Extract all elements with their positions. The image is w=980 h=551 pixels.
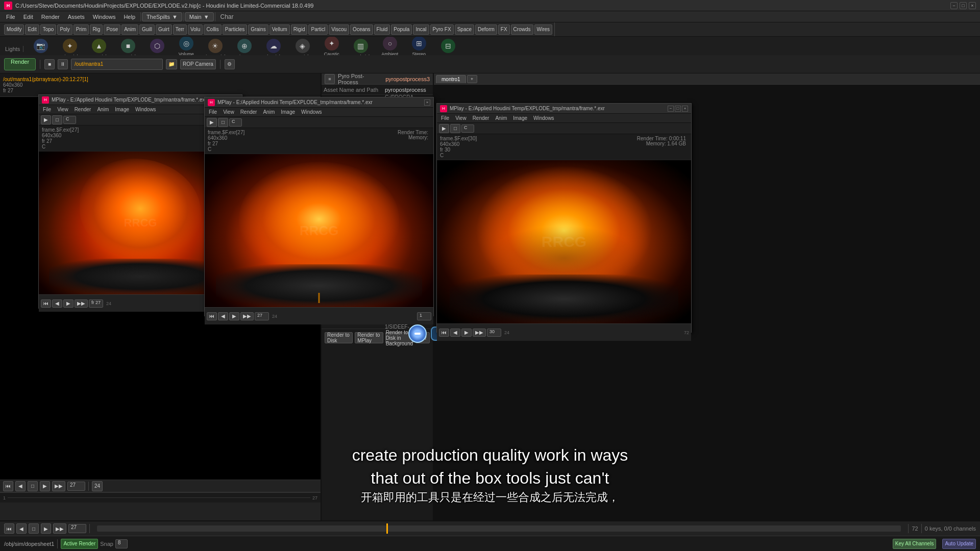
- timeline-play-btn[interactable]: ▶: [41, 523, 51, 534]
- mplay-2-prev[interactable]: ◀: [218, 312, 228, 320]
- asset-value[interactable]: pyropostprocess: [383, 87, 433, 93]
- close-button[interactable]: ×: [969, 2, 976, 9]
- mplay-2-file[interactable]: File: [207, 109, 219, 115]
- mplay-2-render[interactable]: Render: [238, 109, 259, 115]
- key-all-channels-btn[interactable]: Key All Channels: [893, 539, 937, 549]
- render-camera-dropdown[interactable]: ROP Camera: [180, 59, 216, 69]
- pyro-prop-menu[interactable]: ≡: [325, 74, 335, 84]
- deform-tool[interactable]: Deform: [475, 24, 497, 35]
- mplay-3-file[interactable]: File: [439, 115, 451, 121]
- terr-tool[interactable]: Terr: [173, 24, 187, 35]
- timeline-prev[interactable]: ◀: [16, 523, 27, 534]
- left-fps[interactable]: 24: [92, 481, 103, 491]
- timeline-bar[interactable]: [97, 525, 901, 532]
- mplay-3-frame-start[interactable]: ⏮: [439, 329, 449, 337]
- mplay-3-frame-field[interactable]: 30: [487, 329, 501, 337]
- mplay-1-play-btn[interactable]: ▶: [63, 299, 74, 308]
- mplay-3-close[interactable]: ×: [682, 106, 688, 112]
- pose-tool[interactable]: Pose: [104, 24, 120, 35]
- mplay-1-stop[interactable]: □: [52, 115, 62, 124]
- mplay-1-windows[interactable]: Windows: [133, 107, 158, 112]
- topo-tool[interactable]: Topo: [40, 24, 57, 35]
- mplay-2-channel[interactable]: C: [229, 118, 242, 127]
- mplay-1-frame-field[interactable]: fr 27: [89, 299, 103, 308]
- poly-tool[interactable]: Poly: [57, 24, 72, 35]
- mplay-1-view[interactable]: View: [55, 107, 70, 112]
- mplay-2-frame-field[interactable]: 27: [255, 312, 269, 320]
- mplay-3-maximize[interactable]: □: [675, 106, 681, 112]
- edit-tool[interactable]: Edit: [25, 24, 39, 35]
- mplay-1-next[interactable]: ▶▶: [75, 299, 88, 308]
- prim-tool[interactable]: Prim: [74, 24, 89, 35]
- menu-render[interactable]: Render: [37, 13, 64, 21]
- rig-tool[interactable]: Rig: [90, 24, 103, 35]
- left-play-prev[interactable]: ◀: [15, 481, 26, 491]
- mplay-1-render[interactable]: Render: [72, 107, 93, 112]
- mplay-3-play[interactable]: ▶: [439, 124, 449, 133]
- wires-tool[interactable]: Wires: [534, 24, 553, 35]
- left-play-next[interactable]: ▶▶: [52, 481, 65, 491]
- left-play-button[interactable]: ▶: [40, 481, 50, 491]
- mplay-1-file[interactable]: File: [41, 107, 53, 112]
- render-stop-button[interactable]: ■: [44, 59, 55, 69]
- mplay-3-channel[interactable]: C: [461, 124, 474, 133]
- menu-file[interactable]: File: [2, 13, 19, 21]
- render-button[interactable]: Render: [4, 58, 36, 70]
- mplay-2-play-btn[interactable]: ▶: [229, 312, 239, 320]
- maximize-button[interactable]: □: [960, 2, 967, 9]
- crowds-tool[interactable]: Crowds: [511, 24, 533, 35]
- mplay-3-stop[interactable]: □: [450, 124, 460, 133]
- left-play-start[interactable]: ⏮: [3, 481, 13, 491]
- render-to-disk-btn[interactable]: Render to Disk: [325, 332, 353, 343]
- particles-tool[interactable]: Particles: [223, 24, 247, 35]
- menu-windows[interactable]: Windows: [89, 13, 120, 21]
- rigid-tool[interactable]: Rigid: [291, 24, 308, 35]
- render-settings-button[interactable]: ⚙: [225, 59, 235, 69]
- grains-tool[interactable]: Grains: [248, 24, 268, 35]
- menu-assets[interactable]: Assets: [64, 13, 89, 21]
- timeline-stop-btn[interactable]: □: [29, 523, 39, 534]
- oceans-tool[interactable]: Oceans: [350, 24, 373, 35]
- mplay-2-view[interactable]: View: [221, 109, 236, 115]
- volu-tool[interactable]: Volu: [188, 24, 203, 35]
- mplay-2-play[interactable]: ▶: [207, 118, 217, 127]
- minimize-button[interactable]: −: [950, 2, 958, 9]
- left-play-stop[interactable]: □: [28, 481, 38, 491]
- anim-tool[interactable]: Anim: [121, 24, 138, 35]
- fx-tool[interactable]: FX: [498, 24, 510, 35]
- workspace-dropdown[interactable]: TheSpilts ▼: [142, 12, 182, 21]
- mplay-2-frame-start[interactable]: ⏮: [207, 312, 217, 320]
- active-render-btn[interactable]: Active Render: [61, 539, 98, 549]
- menu-help[interactable]: Help: [119, 13, 139, 21]
- fluid-tool[interactable]: Fluid: [374, 24, 390, 35]
- mplay-2-stop[interactable]: □: [218, 118, 228, 127]
- mplay-3-play-btn[interactable]: ▶: [461, 329, 472, 337]
- mplay-2-image[interactable]: Image: [279, 109, 297, 115]
- left-frame-input[interactable]: 27: [67, 482, 85, 491]
- mplay-3-render[interactable]: Render: [471, 115, 492, 121]
- mplay-3-anim[interactable]: Anim: [493, 115, 509, 121]
- mplay-1-image[interactable]: Image: [113, 107, 131, 112]
- render-to-mplay-btn[interactable]: Render to MPlay: [355, 332, 383, 343]
- mplay-2-close[interactable]: ×: [424, 99, 430, 106]
- timeline-next[interactable]: ▶▶: [53, 523, 66, 534]
- collis-tool[interactable]: Collis: [204, 24, 221, 35]
- mplay-2-windows[interactable]: Windows: [299, 109, 324, 115]
- space-tool[interactable]: Space: [455, 24, 474, 35]
- context-dropdown[interactable]: Main ▼: [185, 12, 214, 21]
- render-path-browse[interactable]: 📁: [166, 59, 177, 69]
- mplay-3-prev[interactable]: ◀: [450, 329, 460, 337]
- incal-tool[interactable]: Incal: [413, 24, 429, 35]
- add-right-tab[interactable]: +: [467, 75, 477, 83]
- tab-montro1[interactable]: montro1: [436, 75, 466, 83]
- auto-update-btn[interactable]: Auto Update: [942, 539, 976, 549]
- mplay-1-frame-start[interactable]: ⏮: [41, 299, 51, 308]
- global-frame-input[interactable]: 27: [68, 524, 86, 533]
- mplay-3-view[interactable]: View: [453, 115, 469, 121]
- mplay-3-windows[interactable]: Windows: [531, 115, 556, 121]
- mplay-3-minimize[interactable]: −: [668, 106, 674, 112]
- mplay-3-next[interactable]: ▶▶: [473, 329, 486, 337]
- char-tab-label[interactable]: Char: [216, 13, 238, 20]
- window-controls[interactable]: − □ ×: [950, 2, 976, 9]
- timeline-start[interactable]: ⏮: [4, 523, 14, 534]
